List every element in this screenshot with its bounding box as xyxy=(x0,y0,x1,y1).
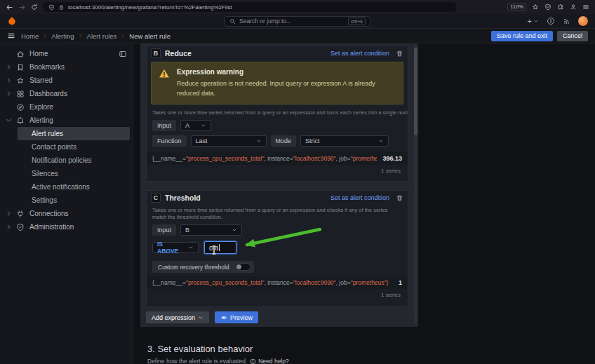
expression-card-reduce: B Reduce Set as alert condition Expressi… xyxy=(146,46,408,182)
search-placeholder: Search or jump to... xyxy=(239,18,291,25)
search-shortcut-badge: ctrl+k xyxy=(348,18,366,25)
series-count: 1 series xyxy=(147,289,408,298)
browser-action-icons: 110% xyxy=(507,3,589,11)
zoom-level-badge[interactable]: 110% xyxy=(507,3,526,11)
series-value: 1 xyxy=(399,279,402,286)
star-icon xyxy=(16,76,25,85)
sidebar-item-connections[interactable]: Connections xyxy=(0,207,133,220)
mode-label: Mode xyxy=(271,135,297,147)
function-select[interactable]: Last xyxy=(191,135,267,147)
info-icon xyxy=(250,358,256,364)
sidebar-item-label: Bookmarks xyxy=(29,63,65,71)
function-label: Function xyxy=(152,135,187,147)
chevron-right-icon xyxy=(78,33,83,39)
need-help-link[interactable]: Need help? xyxy=(250,358,288,364)
shield-icon xyxy=(16,223,25,231)
set-alert-condition-link[interactable]: Set as alert condition xyxy=(330,50,389,57)
cancel-button[interactable]: Cancel xyxy=(557,31,588,41)
home-icon xyxy=(16,50,25,58)
warning-body: Reduce operation is not needed. Input qu… xyxy=(177,79,394,98)
sidebar-item-alert-rules[interactable]: Alert rules xyxy=(18,127,130,140)
screen: localhost:3000/alerting/new/grafana?retu… xyxy=(0,0,595,364)
sidebar-item-label: Alerting xyxy=(29,116,53,124)
search-input[interactable]: Search or jump to... ctrl+k xyxy=(225,16,370,27)
sidebar-item-dashboards[interactable]: Dashboards xyxy=(0,87,133,100)
sidebar-item-label: Silences xyxy=(32,170,58,177)
recovery-label: Custom recovery threshold xyxy=(158,264,229,271)
set-alert-condition-link[interactable]: Set as alert condition xyxy=(330,194,389,201)
chevron-right-icon[interactable] xyxy=(6,90,12,97)
mode-select[interactable]: Strict xyxy=(300,135,389,147)
sidebar-item-explore[interactable]: Explore xyxy=(0,100,133,114)
chevron-down-icon[interactable] xyxy=(6,117,12,123)
back-icon[interactable] xyxy=(6,4,13,11)
text-caret xyxy=(219,244,220,251)
trash-icon[interactable] xyxy=(396,194,403,202)
sidebar-item-settings[interactable]: Settings xyxy=(18,194,130,207)
preview-button[interactable]: Preview xyxy=(215,311,258,323)
chevron-right-icon xyxy=(120,33,126,39)
sidebar-item-home[interactable]: Home xyxy=(0,47,133,60)
sidebar-item-administration[interactable]: Administration xyxy=(0,220,133,234)
input-select[interactable]: B xyxy=(180,224,242,236)
help-icon[interactable] xyxy=(547,17,555,25)
chevron-down-icon xyxy=(188,245,194,250)
evaluation-behavior-section: 3. Set evaluation behavior Define how th… xyxy=(147,344,289,364)
user-avatar[interactable] xyxy=(578,16,588,26)
trash-icon[interactable] xyxy=(396,50,403,58)
sidebar-item-alerting[interactable]: Alerting xyxy=(0,114,133,127)
sidebar-item-contact-points[interactable]: Contact points xyxy=(18,140,130,154)
breadcrumb-alert-rules[interactable]: Alert rules xyxy=(87,32,117,40)
chevron-right-icon xyxy=(42,33,48,39)
input-select[interactable]: A xyxy=(180,120,211,131)
sidebar-item-label: Starred xyxy=(29,76,53,84)
series-value: 396.13 xyxy=(382,155,402,162)
lock-icon xyxy=(58,4,65,11)
chevron-right-icon[interactable] xyxy=(6,210,12,217)
sidebar-item-silences[interactable]: Silences xyxy=(18,167,130,180)
dock-sidebar-icon[interactable] xyxy=(119,50,127,58)
save-rule-button[interactable]: Save rule and exit xyxy=(491,31,553,41)
tracking-shield-icon[interactable] xyxy=(544,4,551,11)
sidebar-item-label: Dashboards xyxy=(29,90,67,97)
threshold-value-input[interactable]: 0.8 xyxy=(204,241,236,254)
toggle-knob xyxy=(236,264,241,269)
operator-select[interactable]: IS ABOVE xyxy=(152,242,199,253)
threshold-value-text: 0.8 xyxy=(209,244,218,252)
toggle-switch[interactable] xyxy=(235,263,250,271)
grafana-logo[interactable] xyxy=(7,16,17,26)
browser-menu-icon[interactable] xyxy=(582,4,589,11)
reload-icon[interactable] xyxy=(31,4,38,11)
browser-toolbar: localhost:3000/alerting/new/grafana?retu… xyxy=(0,0,595,14)
input-select-value: A xyxy=(185,122,189,129)
expression-header: C Threshold Set as alert condition xyxy=(147,191,408,205)
custom-recovery-threshold-toggle[interactable]: Custom recovery threshold xyxy=(152,261,254,273)
chevron-right-icon[interactable] xyxy=(6,224,12,230)
chevron-right-icon[interactable] xyxy=(6,64,12,70)
add-expression-label: Add expression xyxy=(152,314,195,321)
chevron-right-icon[interactable] xyxy=(6,77,12,83)
breadcrumb-alerting[interactable]: Alerting xyxy=(51,32,74,40)
sidebar-item-active-notifications[interactable]: Active notifications xyxy=(18,180,130,194)
section-title: 3. Set evaluation behavior xyxy=(147,344,289,354)
forward-icon[interactable] xyxy=(18,4,26,11)
mega-menu-toggle-icon[interactable] xyxy=(7,32,15,40)
dashboards-grid-icon xyxy=(16,90,25,98)
input-row: Input B xyxy=(147,222,408,238)
profile-icon[interactable] xyxy=(570,4,577,11)
news-icon[interactable] xyxy=(563,18,570,25)
add-expression-button[interactable]: Add expression xyxy=(146,311,209,323)
expression-header: B Reduce Set as alert condition xyxy=(147,46,408,60)
main-content: B Reduce Set as alert condition Expressi… xyxy=(133,43,595,364)
bookmark-star-icon[interactable] xyxy=(532,4,539,11)
extensions-puzzle-icon[interactable] xyxy=(557,4,564,11)
breadcrumb-home[interactable]: Home xyxy=(21,32,39,40)
sidebar-item-notification-policies[interactable]: Notification policies xyxy=(18,154,130,167)
scrollbar-thumb[interactable] xyxy=(414,48,417,135)
sidebar-item-starred[interactable]: Starred xyxy=(0,74,133,87)
sidebar-item-bookmarks[interactable]: Bookmarks xyxy=(0,60,133,74)
url-bar[interactable]: localhost:3000/alerting/new/grafana?retu… xyxy=(43,2,457,12)
sidebar-item-label: Contact points xyxy=(32,143,76,151)
sidebar-item-label: Active notifications xyxy=(32,183,90,191)
new-menu-button[interactable]: + xyxy=(528,17,539,25)
